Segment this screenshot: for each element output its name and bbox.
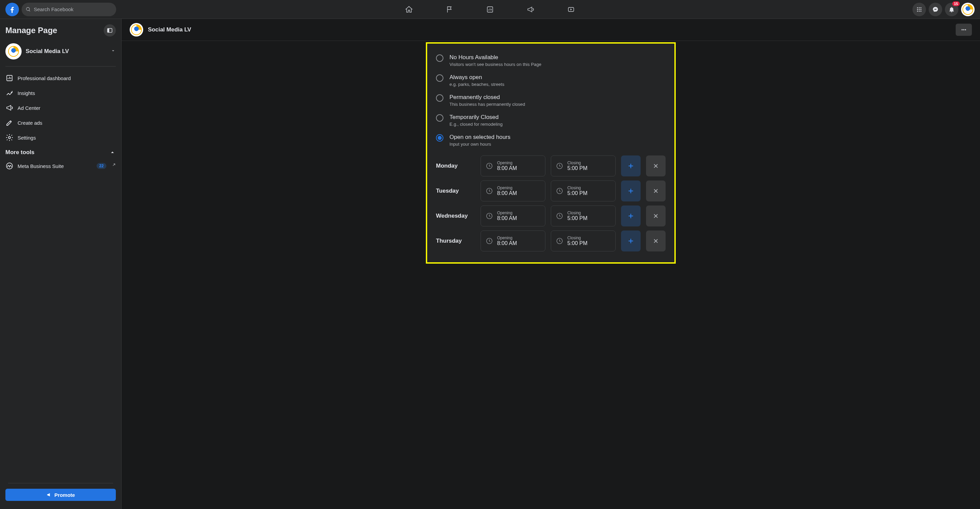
- opening-label: Opening: [497, 211, 517, 215]
- nav-megaphone[interactable]: [512, 2, 549, 18]
- more-tools-header[interactable]: More tools: [3, 146, 119, 158]
- svg-point-9: [919, 11, 920, 11]
- opening-value: 8:00 AM: [497, 165, 517, 171]
- sidebar-item-label: Meta Business Suite: [18, 163, 64, 169]
- avatar-icon: [8, 46, 19, 57]
- opening-time-input[interactable]: Opening8:00 AM: [480, 180, 546, 201]
- nav-home[interactable]: [390, 2, 428, 18]
- header-nav: [390, 2, 590, 18]
- radio-icon: [436, 134, 444, 142]
- page-selector[interactable]: Social Media LV: [3, 41, 119, 62]
- svg-rect-12: [107, 29, 109, 32]
- opening-time-input[interactable]: Opening8:00 AM: [480, 230, 546, 252]
- opening-time-input[interactable]: Opening8:00 AM: [480, 155, 546, 176]
- clock-icon: [485, 187, 493, 195]
- profile-avatar[interactable]: [961, 3, 975, 16]
- avatar-icon: [131, 24, 142, 35]
- day-row: MondayOpening8:00 AMClosing5:00 PM: [436, 155, 666, 176]
- header-left: [5, 3, 116, 16]
- sidebar: Manage Page Social Media LV Professional…: [0, 19, 122, 509]
- nav-dashboard[interactable]: [471, 2, 509, 18]
- megaphone-icon: [5, 104, 14, 112]
- radio-icon: [436, 114, 444, 122]
- clock-icon: [556, 212, 563, 220]
- top-header: 15: [0, 0, 980, 19]
- svg-point-14: [8, 137, 11, 139]
- collapse-sidebar-button[interactable]: [104, 24, 116, 37]
- sidebar-item-ad-center[interactable]: Ad Center: [3, 101, 119, 115]
- gear-icon: [5, 134, 14, 142]
- remove-hours-button[interactable]: [646, 230, 666, 252]
- insights-icon: [5, 89, 14, 97]
- notifications-button[interactable]: 15: [945, 3, 958, 16]
- add-hours-button[interactable]: [621, 155, 641, 176]
- closing-time-input[interactable]: Closing5:00 PM: [551, 206, 616, 227]
- nav-flag[interactable]: [431, 2, 468, 18]
- page-title: Social Media LV: [148, 26, 951, 33]
- nav-video[interactable]: [552, 2, 590, 18]
- day-name: Wednesday: [436, 212, 475, 219]
- page-dropdown-toggle[interactable]: [110, 48, 116, 55]
- days-list: MondayOpening8:00 AMClosing5:00 PMTuesda…: [427, 150, 675, 252]
- divider: [8, 483, 113, 483]
- sidebar-item-insights[interactable]: Insights: [3, 86, 119, 101]
- meta-suite-count: 22: [97, 163, 107, 169]
- day-row: TuesdayOpening8:00 AMClosing5:00 PM: [436, 180, 666, 201]
- day-row: ThursdayOpening8:00 AMClosing5:00 PM: [436, 230, 666, 252]
- video-icon: [567, 5, 575, 14]
- radio-icon: [436, 54, 444, 62]
- remove-hours-button[interactable]: [646, 206, 666, 227]
- messenger-icon: [932, 6, 939, 13]
- external-link: [110, 163, 116, 169]
- closing-time-input[interactable]: Closing5:00 PM: [551, 180, 616, 201]
- sidebar-item-settings[interactable]: Settings: [3, 130, 119, 145]
- messenger-button[interactable]: [929, 3, 942, 16]
- sidebar-header: Manage Page: [3, 24, 119, 41]
- hours-option-always-open[interactable]: Always open e.g. parks, beaches, streets: [427, 70, 675, 90]
- closing-time-input[interactable]: Closing5:00 PM: [551, 230, 616, 252]
- hours-option-temporarily-closed[interactable]: Temporarily Closed E.g., closed for remo…: [427, 110, 675, 130]
- radio-title: Open on selected hours: [449, 134, 511, 141]
- divider: [5, 66, 116, 67]
- add-hours-button[interactable]: [621, 180, 641, 201]
- add-hours-button[interactable]: [621, 230, 641, 252]
- apps-menu-button[interactable]: [912, 3, 926, 16]
- radio-title: Temporarily Closed: [449, 113, 503, 121]
- plus-icon: [627, 238, 634, 244]
- day-row: WednesdayOpening8:00 AMClosing5:00 PM: [436, 206, 666, 227]
- panel-icon: [107, 27, 113, 34]
- remove-hours-button[interactable]: [646, 155, 666, 176]
- add-hours-button[interactable]: [621, 206, 641, 227]
- plus-icon: [627, 163, 634, 169]
- search-icon: [25, 7, 31, 12]
- svg-point-15: [6, 163, 13, 169]
- search-input[interactable]: [34, 6, 112, 12]
- promote-button[interactable]: Promote: [5, 489, 116, 501]
- svg-point-5: [917, 9, 918, 10]
- promote-label: Promote: [54, 492, 75, 498]
- svg-point-4: [921, 7, 921, 8]
- search-box[interactable]: [22, 3, 116, 16]
- hours-option-permanently-closed[interactable]: Permanently closed This business has per…: [427, 90, 675, 110]
- sidebar-item-meta-suite[interactable]: Meta Business Suite 22: [3, 158, 119, 173]
- content-wrap: No Hours Available Visitors won't see bu…: [122, 41, 980, 272]
- radio-icon: [436, 74, 444, 82]
- sidebar-item-label: Create ads: [18, 120, 42, 126]
- opening-time-input[interactable]: Opening8:00 AM: [480, 206, 546, 227]
- plus-icon: [627, 212, 634, 219]
- svg-point-16: [961, 29, 963, 30]
- page-avatar[interactable]: [130, 23, 143, 37]
- hours-option-selected-hours[interactable]: Open on selected hours Input your own ho…: [427, 130, 675, 150]
- more-options-button[interactable]: [956, 24, 972, 36]
- sidebar-footer: Promote: [3, 475, 119, 504]
- remove-hours-button[interactable]: [646, 180, 666, 201]
- opening-value: 8:00 AM: [497, 190, 517, 196]
- closing-value: 5:00 PM: [567, 240, 588, 246]
- hours-option-no-hours[interactable]: No Hours Available Visitors won't see bu…: [427, 50, 675, 70]
- closing-time-input[interactable]: Closing5:00 PM: [551, 155, 616, 176]
- flag-icon: [445, 5, 453, 14]
- clock-icon: [556, 162, 563, 170]
- facebook-logo[interactable]: [5, 3, 19, 16]
- sidebar-item-professional-dashboard[interactable]: Professional dashboard: [3, 71, 119, 86]
- sidebar-item-create-ads[interactable]: Create ads: [3, 115, 119, 130]
